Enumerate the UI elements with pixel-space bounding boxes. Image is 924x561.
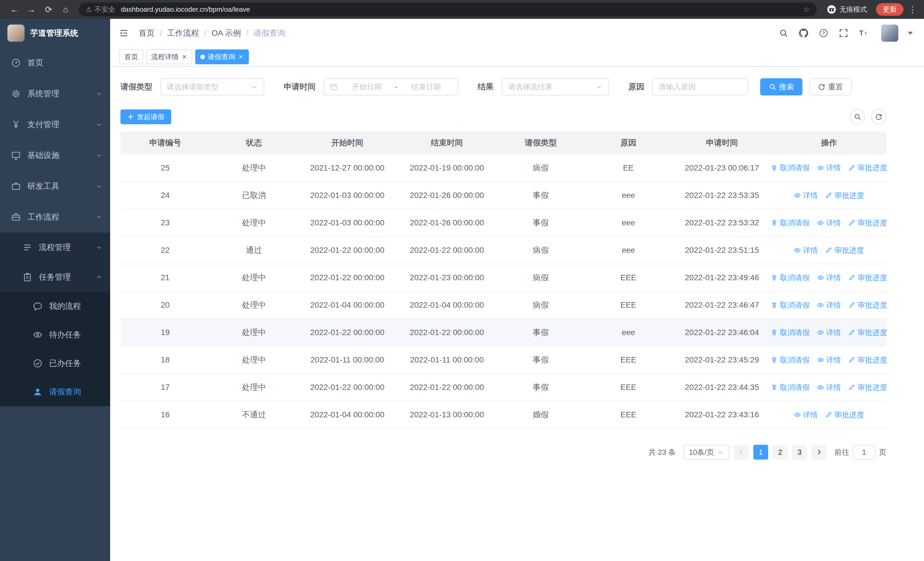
progress-link[interactable]: 审批进度 xyxy=(825,410,864,420)
user-avatar[interactable] xyxy=(881,24,898,42)
app-logo[interactable]: 芋道管理系统 xyxy=(0,19,110,47)
cancel-leave-link[interactable]: 取消请假 xyxy=(771,218,810,228)
back-button[interactable]: ← xyxy=(8,3,21,16)
progress-link[interactable]: 审批进度 xyxy=(848,273,887,283)
breadcrumb-item[interactable]: 工作流程 xyxy=(167,28,199,39)
progress-link[interactable]: 审批进度 xyxy=(848,218,887,228)
progress-link[interactable]: 审批进度 xyxy=(825,245,864,256)
search-button[interactable]: 搜索 xyxy=(760,78,802,95)
refresh-table-button[interactable] xyxy=(871,109,886,125)
page-button-3[interactable]: 3 xyxy=(792,445,807,460)
goto-page-input[interactable] xyxy=(853,445,876,460)
sidebar-item-devtools[interactable]: 研发工具 xyxy=(0,171,110,202)
sidebar-item-payment[interactable]: 支付管理 xyxy=(0,109,110,140)
svg-text:?: ? xyxy=(822,30,825,36)
tab-process-detail[interactable]: 流程详情 xyxy=(146,50,192,64)
cancel-leave-link[interactable]: 取消请假 xyxy=(771,163,810,173)
security-status[interactable]: ⚠不安全 xyxy=(86,5,115,14)
sidebar-item-workflow[interactable]: 工作流程 xyxy=(0,202,110,233)
reload-button[interactable]: ⟳ xyxy=(42,3,56,16)
progress-link[interactable]: 审批进度 xyxy=(848,328,887,338)
progress-link[interactable]: 审批进度 xyxy=(848,300,887,310)
progress-link-label: 审批进度 xyxy=(858,355,887,365)
sidebar-collapse-icon[interactable] xyxy=(119,29,128,38)
prev-page-button[interactable] xyxy=(734,445,749,460)
cell-applied: 2022-01-23 00:06:17 xyxy=(672,154,772,182)
cell-applied: 2022-01-22 23:44:35 xyxy=(672,374,772,401)
breadcrumb-item[interactable]: 首页 xyxy=(139,28,154,39)
github-icon[interactable] xyxy=(799,29,808,38)
progress-link[interactable]: 审批进度 xyxy=(825,191,864,200)
page-button-1[interactable]: 1 xyxy=(753,445,768,460)
detail-link[interactable]: 详情 xyxy=(817,218,841,228)
sidebar-item-system[interactable]: 系统管理 xyxy=(0,78,110,109)
reason-input[interactable] xyxy=(652,78,748,95)
cancel-leave-link[interactable]: 取消请假 xyxy=(771,355,810,365)
search-icon[interactable] xyxy=(779,29,788,38)
cancel-leave-link-label: 取消请假 xyxy=(780,300,810,310)
reset-button[interactable]: 重置 xyxy=(809,78,852,95)
detail-link[interactable]: 详情 xyxy=(817,382,841,393)
breadcrumb-item[interactable]: OA 示例 xyxy=(212,28,241,39)
sidebar-item-my-process[interactable]: 我的流程 xyxy=(0,292,110,320)
progress-link-label: 审批进度 xyxy=(858,328,887,338)
cell-id: 22 xyxy=(120,236,210,264)
sidebar-item-process-mgmt[interactable]: 流程管理 xyxy=(0,233,110,262)
cell-end: 2022-01-04 00:00:00 xyxy=(397,291,497,319)
cancel-leave-link[interactable]: 取消请假 xyxy=(771,300,810,310)
browser-menu-button[interactable]: ⋮ xyxy=(907,5,918,15)
cell-start: 2022-01-22 00:00:00 xyxy=(298,264,397,291)
cancel-leave-link[interactable]: 取消请假 xyxy=(771,273,810,283)
page-size-value: 10条/页 xyxy=(689,447,714,457)
home-button[interactable]: ⌂ xyxy=(59,3,72,16)
font-size-icon[interactable]: TT xyxy=(859,29,868,38)
progress-link[interactable]: 审批进度 xyxy=(848,163,887,173)
cancel-leave-link[interactable]: 取消请假 xyxy=(771,328,810,338)
help-icon[interactable]: ? xyxy=(819,29,828,38)
sidebar-item-done-tasks[interactable]: 已办任务 xyxy=(0,349,110,378)
forward-button[interactable]: → xyxy=(24,3,38,16)
filter-form: 请假类型 请选择请假类型 申请时间 开始日期 - 结束日期 xyxy=(120,78,886,95)
detail-link[interactable]: 详情 xyxy=(817,300,841,310)
caret-down-icon[interactable] xyxy=(906,29,915,38)
cell-applied: 2022-01-22 23:46:47 xyxy=(672,291,772,319)
detail-link[interactable]: 详情 xyxy=(817,163,841,173)
sidebar-item-todo-tasks[interactable]: 待办任务 xyxy=(0,320,110,349)
toggle-search-button[interactable] xyxy=(850,109,865,125)
chevron-left-icon xyxy=(738,449,745,456)
search-icon xyxy=(854,113,861,120)
browser-update-button[interactable]: 更新 xyxy=(876,3,903,16)
cancel-leave-link[interactable]: 取消请假 xyxy=(771,382,810,393)
detail-link[interactable]: 详情 xyxy=(794,191,818,200)
sidebar-item-task-mgmt[interactable]: 任务管理 xyxy=(0,262,110,292)
edit-icon xyxy=(848,302,855,308)
sidebar-item-home[interactable]: 首页 xyxy=(0,47,110,78)
address-bar[interactable]: ⚠不安全 dashboard.yudao.iocoder.cn/bpm/oa/l… xyxy=(79,3,817,16)
sidebar-item-label: 基础设施 xyxy=(27,150,96,161)
tab-close-icon[interactable] xyxy=(238,54,244,60)
detail-link[interactable]: 详情 xyxy=(794,245,818,256)
detail-link[interactable]: 详情 xyxy=(817,328,841,338)
create-leave-button[interactable]: 发起请假 xyxy=(120,110,171,124)
date-range-picker[interactable]: 开始日期 - 结束日期 xyxy=(324,78,458,95)
tab-home[interactable]: 首页 xyxy=(119,50,143,64)
cell-reason: eee xyxy=(584,182,672,209)
fullscreen-icon[interactable] xyxy=(839,29,848,38)
progress-link[interactable]: 审批进度 xyxy=(848,355,887,365)
leave-type-select[interactable]: 请选择请假类型 xyxy=(160,78,264,95)
bookmark-star-icon[interactable]: ☆ xyxy=(803,5,810,14)
detail-link[interactable]: 详情 xyxy=(794,410,818,420)
sidebar-item-leave-query[interactable]: 请假查询 xyxy=(0,378,110,406)
result-select[interactable]: 请选择流结果 xyxy=(502,78,609,95)
tab-leave-query[interactable]: 请假查询 xyxy=(195,50,249,64)
tab-close-icon[interactable] xyxy=(182,54,187,60)
chevron-down-icon xyxy=(96,90,102,97)
next-page-button[interactable] xyxy=(812,445,826,460)
detail-link[interactable]: 详情 xyxy=(817,355,841,365)
gear-icon xyxy=(11,89,21,98)
page-button-2[interactable]: 2 xyxy=(773,445,788,460)
detail-link[interactable]: 详情 xyxy=(817,273,841,283)
progress-link[interactable]: 审批进度 xyxy=(848,382,887,393)
sidebar-item-infra[interactable]: 基础设施 xyxy=(0,140,110,171)
page-size-select[interactable]: 10条/页 xyxy=(684,445,729,460)
